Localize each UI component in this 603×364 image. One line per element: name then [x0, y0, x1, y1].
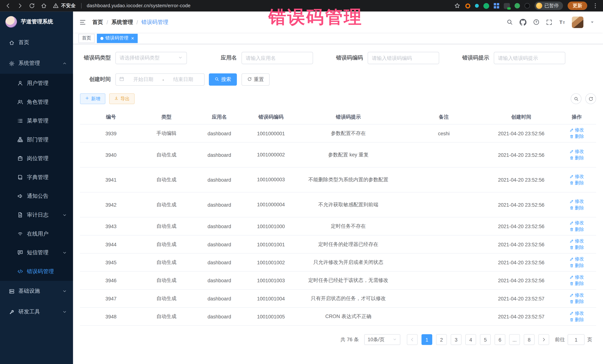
sidebar-item-gear[interactable]: 系统管理 [0, 53, 73, 74]
date-range-picker[interactable]: 开始日期 - 结束日期 [116, 73, 205, 86]
delete-link[interactable]: 删除 [569, 280, 584, 287]
edit-link[interactable]: 修改 [569, 173, 584, 180]
error-type-select[interactable]: 请选择错误码类型 [116, 52, 187, 64]
extension-icon-green-dot[interactable] [514, 3, 520, 9]
edit-link[interactable]: 修改 [569, 274, 584, 280]
cell-id: 3941 [80, 177, 142, 183]
hamburger-icon[interactable] [79, 19, 86, 26]
sidebar-item-online[interactable]: 在线用户 [0, 224, 73, 243]
back-icon[interactable] [5, 2, 11, 9]
profile-paused-pill[interactable]: 已暂停 [534, 1, 563, 10]
cell-code: 1001000003 [248, 176, 294, 184]
github-icon[interactable] [520, 19, 526, 26]
extension-icon-dark-dot[interactable] [524, 3, 530, 9]
prev-page-button[interactable] [407, 334, 418, 345]
logo-row[interactable]: 芋道管理系统 [0, 11, 73, 32]
calendar-icon [119, 76, 124, 82]
edit-link[interactable]: 修改 [569, 148, 584, 155]
sidebar-item-infra[interactable]: 基础设施 [0, 281, 73, 302]
next-page-button[interactable] [538, 334, 549, 345]
browser-right-cluster: 已暂停 更新 [454, 1, 598, 10]
export-button[interactable]: 导出 [109, 93, 135, 104]
add-button[interactable]: 新增 [80, 93, 105, 104]
sidebar-item-tree[interactable]: 部门管理 [0, 130, 73, 149]
delete-link[interactable]: 删除 [569, 244, 584, 251]
edit-link[interactable]: 修改 [569, 127, 584, 133]
forward-icon[interactable] [16, 2, 23, 9]
delete-link[interactable]: 删除 [569, 180, 584, 186]
breadcrumb-item[interactable]: 错误码管理 [141, 19, 168, 26]
more-pages-button[interactable]: ... [509, 334, 520, 345]
sidebar-item-tools[interactable]: 研发工具 [0, 302, 73, 322]
page-size-select[interactable]: 10条/页 [364, 334, 400, 345]
edit-link[interactable]: 修改 [569, 310, 584, 317]
extension-icon-green-circle[interactable] [483, 3, 489, 9]
user-avatar[interactable] [572, 16, 583, 28]
page-button-8[interactable]: 8 [524, 334, 534, 345]
error-hint-input[interactable] [494, 52, 565, 64]
bookmark-star-icon[interactable] [454, 2, 461, 9]
cell-time: 2021-04-20 23:52:56 [485, 259, 557, 265]
address-url[interactable]: dashboard.yudao.iocoder.cn/system/error-… [87, 3, 191, 9]
edit-link[interactable]: 修改 [569, 238, 584, 244]
help-icon[interactable]: ? [533, 19, 540, 25]
refresh-table-button[interactable] [585, 93, 596, 104]
sidebar-item-menu-list[interactable]: 菜单管理 [0, 111, 73, 130]
page-button-3[interactable]: 3 [451, 334, 462, 345]
breadcrumb-item[interactable]: 首页 [92, 19, 103, 26]
breadcrumb: 首页/系统管理/错误码管理 [92, 19, 168, 26]
page-button-5[interactable]: 5 [480, 334, 491, 345]
page-button-6[interactable]: 6 [494, 334, 505, 345]
delete-link[interactable]: 删除 [569, 133, 584, 140]
reset-icon [247, 77, 252, 82]
toggle-search-button[interactable] [571, 93, 581, 104]
font-size-icon[interactable]: TT [559, 19, 565, 25]
search-icon[interactable] [507, 19, 513, 25]
fullscreen-icon[interactable] [546, 19, 552, 25]
delete-link[interactable]: 删除 [569, 263, 584, 269]
page-button-1[interactable]: 1 [422, 334, 432, 345]
sidebar-item-book[interactable]: 字典管理 [0, 168, 73, 187]
delete-link[interactable]: 删除 [569, 205, 584, 211]
extension-icon-switch-on[interactable] [504, 3, 510, 9]
close-icon[interactable]: × [131, 36, 134, 41]
tab-home[interactable]: 首页 [79, 33, 95, 43]
edit-link[interactable]: 修改 [569, 220, 584, 226]
error-code-input[interactable] [368, 52, 439, 64]
cell-message: 定时任务的处理器已经存在 [294, 241, 402, 248]
security-chip[interactable]: 不安全 [52, 2, 76, 9]
delete-link[interactable]: 删除 [569, 226, 584, 233]
update-button[interactable]: 更新 [568, 1, 587, 10]
search-button[interactable]: 搜索 [209, 73, 237, 86]
edit-link[interactable]: 修改 [569, 256, 584, 262]
goto-page-input[interactable] [568, 334, 584, 345]
log-icon [17, 212, 23, 218]
tab-error-code[interactable]: 错误码管理× [97, 33, 138, 43]
browser-menu-icon[interactable] [592, 2, 598, 9]
edit-link[interactable]: 修改 [569, 292, 584, 298]
avatar-caret-down-icon[interactable] [590, 20, 595, 24]
extension-icon-blue-grid[interactable] [494, 3, 499, 9]
edit-link[interactable]: 修改 [569, 198, 584, 205]
delete-link[interactable]: 删除 [569, 155, 584, 161]
sidebar-item-badge[interactable]: 岗位管理 [0, 149, 73, 168]
sidebar-item-log[interactable]: 审计日志 [0, 206, 73, 224]
page-button-2[interactable]: 2 [436, 334, 447, 345]
sidebar-item-home[interactable]: 首页 [0, 32, 73, 53]
delete-link[interactable]: 删除 [569, 317, 584, 323]
sidebar-item-users[interactable]: 角色管理 [0, 93, 73, 111]
reload-icon[interactable] [28, 2, 35, 9]
app-name-input[interactable] [242, 52, 313, 64]
breadcrumb-item[interactable]: 系统管理 [112, 19, 133, 26]
delete-link[interactable]: 删除 [569, 298, 584, 305]
sidebar-item-code[interactable]: 错误码管理 [0, 262, 73, 281]
page-button-4[interactable]: 4 [465, 334, 476, 345]
table-row: 3942自动生成dashboard1001000004不允许获取敏感配置到前端2… [80, 192, 596, 217]
sidebar-item-sms[interactable]: 短信管理 [0, 243, 73, 262]
sidebar-item-megaphone[interactable]: 通知公告 [0, 187, 73, 206]
browser-home-icon[interactable] [40, 2, 47, 9]
extension-icon-teal-dot[interactable] [475, 4, 479, 8]
extension-icon-orange-ring[interactable] [465, 3, 470, 8]
reset-button[interactable]: 重置 [242, 73, 270, 86]
sidebar-item-user[interactable]: 用户管理 [0, 74, 73, 93]
